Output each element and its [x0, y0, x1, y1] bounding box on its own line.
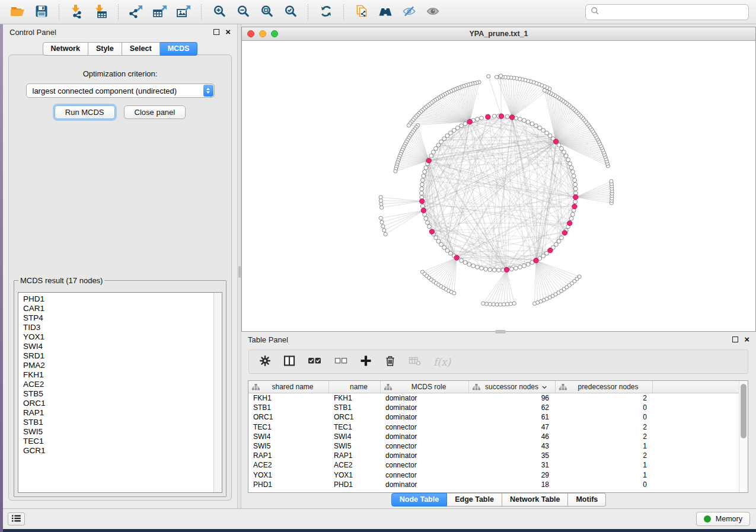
- tab-motifs[interactable]: Motifs: [568, 493, 606, 507]
- zoom-out-button[interactable]: [232, 2, 254, 21]
- network-satellite-node[interactable]: [495, 303, 499, 306]
- table-row[interactable]: FKH1FKH1dominator962: [248, 393, 748, 403]
- mcds-result-item[interactable]: PMA2: [23, 361, 222, 370]
- tab-mcds[interactable]: MCDS: [160, 42, 198, 56]
- cell-MCDS-role[interactable]: dominator: [381, 393, 469, 403]
- mcds-result-item[interactable]: FKH1: [23, 370, 222, 380]
- cell-shared-name[interactable]: SWI5: [248, 441, 329, 451]
- search-input[interactable]: [603, 7, 744, 17]
- mcds-result-item[interactable]: PHD1: [23, 294, 222, 304]
- network-node[interactable]: [526, 262, 530, 267]
- network-node[interactable]: [545, 131, 549, 135]
- network-hub-node[interactable]: [534, 258, 538, 263]
- cell-name[interactable]: SWI4: [329, 432, 381, 441]
- network-node[interactable]: [573, 178, 577, 182]
- network-hub-node[interactable]: [562, 230, 567, 235]
- network-node[interactable]: [518, 265, 522, 270]
- show-columns-button[interactable]: [283, 355, 295, 368]
- network-satellite-node[interactable]: [394, 169, 397, 173]
- cell-shared-name[interactable]: TEC1: [248, 422, 329, 432]
- table-row[interactable]: RAP1RAP1dominator352: [248, 451, 748, 460]
- network-node[interactable]: [522, 118, 527, 123]
- network-satellite-node[interactable]: [499, 303, 502, 306]
- table-row[interactable]: ACE2ACE2connector311: [248, 460, 748, 470]
- cell-name[interactable]: TEC1: [329, 422, 381, 432]
- clone-network-button[interactable]: [351, 2, 372, 21]
- network-satellite-node[interactable]: [481, 302, 485, 305]
- network-node[interactable]: [426, 220, 430, 225]
- network-node[interactable]: [449, 251, 453, 255]
- cell-successor-nodes[interactable]: 46: [469, 432, 556, 441]
- network-hub-node[interactable]: [420, 198, 425, 203]
- mcds-list-scrollbar[interactable]: [213, 293, 222, 492]
- table-panel-float-button[interactable]: [732, 336, 738, 342]
- network-satellite-node[interactable]: [452, 291, 456, 295]
- network-node[interactable]: [554, 242, 559, 246]
- zoom-fit-button[interactable]: [256, 2, 277, 21]
- network-node[interactable]: [514, 266, 518, 270]
- network-hub-node[interactable]: [421, 208, 426, 213]
- show-all-button[interactable]: [422, 2, 444, 21]
- network-hub-node[interactable]: [509, 115, 514, 120]
- network-node[interactable]: [439, 242, 444, 246]
- network-satellite-node[interactable]: [379, 196, 382, 199]
- network-node[interactable]: [572, 174, 576, 178]
- horizontal-splitter-grip[interactable]: [495, 330, 506, 334]
- network-node[interactable]: [445, 134, 449, 138]
- network-node[interactable]: [476, 265, 480, 270]
- network-node[interactable]: [492, 268, 496, 272]
- column-header-MCDS-role[interactable]: MCDS role: [381, 381, 469, 393]
- cell-name[interactable]: ACE2: [329, 460, 381, 470]
- network-node[interactable]: [422, 174, 426, 178]
- mcds-result-item[interactable]: SRD1: [23, 351, 222, 361]
- network-node[interactable]: [420, 187, 424, 191]
- cell-MCDS-role[interactable]: dominator: [381, 432, 469, 441]
- export-network-button[interactable]: [126, 2, 147, 21]
- tab-edge-table[interactable]: Edge Table: [447, 493, 502, 507]
- cell-MCDS-role[interactable]: connector: [381, 460, 469, 470]
- cell-predecessor-nodes[interactable]: 2: [556, 451, 653, 460]
- search-box[interactable]: [585, 4, 749, 20]
- tab-style[interactable]: Style: [88, 42, 122, 56]
- network-node[interactable]: [471, 264, 476, 268]
- mcds-result-item[interactable]: SWI4: [23, 342, 222, 351]
- network-node[interactable]: [560, 236, 564, 240]
- control-panel-close-button[interactable]: ×: [225, 28, 231, 36]
- network-node[interactable]: [530, 122, 534, 126]
- network-node[interactable]: [424, 166, 428, 170]
- network-node[interactable]: [573, 200, 578, 204]
- table-row[interactable]: YOX1YOX1connector291: [248, 470, 748, 480]
- cell-successor-nodes[interactable]: 96: [469, 393, 556, 403]
- network-node[interactable]: [564, 154, 568, 158]
- hide-selected-button[interactable]: [398, 2, 420, 21]
- cell-shared-name[interactable]: ACE2: [248, 460, 329, 470]
- cell-successor-nodes[interactable]: 18: [469, 480, 556, 489]
- mcds-result-item[interactable]: GCR1: [23, 446, 222, 456]
- network-node[interactable]: [526, 120, 530, 124]
- cell-shared-name[interactable]: STB1: [248, 403, 329, 412]
- mcds-result-item[interactable]: SWI5: [23, 427, 222, 437]
- import-table-button[interactable]: [90, 2, 111, 21]
- network-node[interactable]: [455, 126, 460, 130]
- network-hub-node[interactable]: [567, 221, 572, 226]
- network-satellite-node[interactable]: [578, 275, 581, 278]
- network-node[interactable]: [449, 131, 453, 135]
- network-satellite-node[interactable]: [492, 303, 495, 306]
- network-node[interactable]: [560, 146, 564, 150]
- cell-shared-name[interactable]: RAP1: [248, 451, 329, 460]
- cell-MCDS-role[interactable]: connector: [381, 441, 469, 451]
- cell-name[interactable]: FKH1: [329, 393, 381, 403]
- cell-predecessor-nodes[interactable]: 2: [556, 422, 653, 432]
- add-column-button[interactable]: [360, 355, 372, 368]
- network-node[interactable]: [476, 117, 480, 121]
- network-node[interactable]: [442, 137, 446, 141]
- cell-MCDS-role[interactable]: dominator: [381, 480, 469, 489]
- cell-predecessor-nodes[interactable]: 0: [556, 403, 653, 412]
- network-satellite-node[interactable]: [407, 124, 410, 127]
- cell-name[interactable]: ORC1: [329, 412, 381, 422]
- network-hub-node[interactable]: [499, 114, 503, 118]
- table-row[interactable]: ORC1ORC1dominator610: [248, 412, 748, 422]
- save-session-button[interactable]: [31, 2, 52, 21]
- network-satellite-node[interactable]: [487, 75, 490, 78]
- task-history-button[interactable]: [8, 512, 25, 525]
